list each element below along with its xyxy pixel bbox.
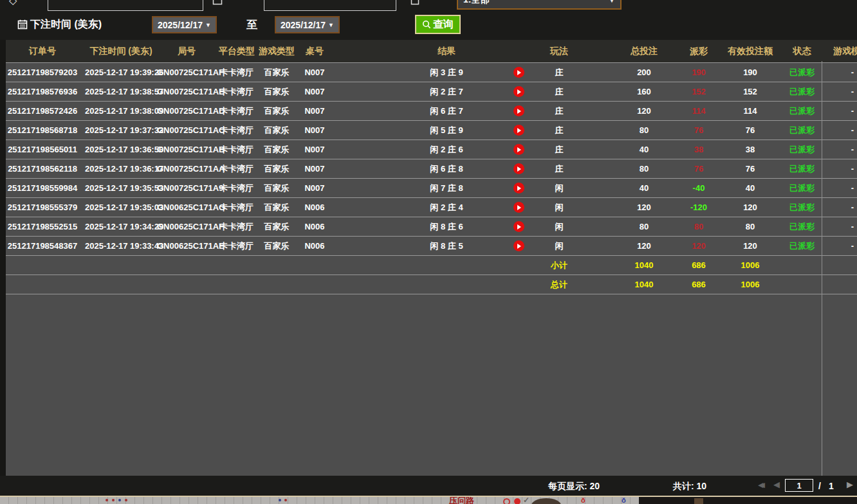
first-page-icon[interactable]: ◀◀ <box>758 482 761 489</box>
background-smudge <box>694 498 703 504</box>
extra-cell: - <box>822 121 857 140</box>
date-to-picker[interactable]: 2025/12/17 ▼ <box>275 16 340 33</box>
play-type-cell: 闲 <box>537 179 582 198</box>
status-cell: 已派彩 <box>782 159 822 179</box>
spacer-cell <box>85 256 157 275</box>
table-row[interactable]: 2512171985483672025-12-17 19:33:43GN0062… <box>0 237 857 256</box>
platform-type-dropdown[interactable]: 1:全部 ▼ <box>457 0 622 10</box>
round-no-cell: GN00625C171AE <box>157 237 216 256</box>
roadmap-dot-red-icon <box>284 499 287 501</box>
spacer-cell <box>822 256 857 275</box>
status-cell: 已派彩 <box>782 63 822 82</box>
total-bet-cell: 80 <box>609 217 679 237</box>
play-video-icon[interactable] <box>513 221 524 232</box>
platform-cell: 卡卡湾厅 <box>216 121 257 140</box>
game-type-cell: 百家乐 <box>257 237 296 256</box>
total-bet-cell: 200 <box>609 63 679 82</box>
valid-bet-cell: 76 <box>718 121 782 140</box>
game-type-cell: 百家乐 <box>257 217 296 237</box>
date-from-picker[interactable]: 2025/12/17 ▼ <box>152 16 217 33</box>
table-row[interactable]: 2512171985621182025-12-17 19:36:17GN0072… <box>0 159 857 179</box>
table-no-cell: N006 <box>296 198 333 217</box>
search-icon <box>422 20 431 29</box>
status-cell: 已派彩 <box>782 198 822 217</box>
table-row[interactable]: 2512171985650112025-12-17 19:36:50GN0072… <box>0 140 857 159</box>
table-no-cell: N007 <box>296 102 333 121</box>
table-row[interactable]: 2512171985724262025-12-17 19:38:09GN0072… <box>0 102 857 121</box>
result-cell: 闲 3 庄 9 <box>392 63 501 82</box>
play-video-icon[interactable] <box>513 125 524 136</box>
column-header: 局号 <box>157 40 216 63</box>
play-type-cell: 庄 <box>537 159 582 179</box>
spacer-cell <box>296 256 333 275</box>
video-cell <box>501 140 537 159</box>
play-video-icon[interactable] <box>513 144 524 155</box>
subtotal-row-total_bet: 1040 <box>609 256 679 275</box>
result-cell: 闲 2 庄 7 <box>392 82 501 102</box>
page-number-input[interactable] <box>785 479 813 492</box>
play-video-icon[interactable] <box>513 163 524 174</box>
valid-bet-cell: 120 <box>718 237 782 256</box>
play-video-icon[interactable] <box>513 105 524 116</box>
column-header: 结果 <box>392 40 501 63</box>
play-video-icon[interactable] <box>513 183 524 194</box>
avatar-arc <box>531 498 561 504</box>
table-row[interactable]: 2512171985792032025-12-17 19:39:26GN0072… <box>0 63 857 82</box>
platform-cell: 卡卡湾厅 <box>216 179 257 198</box>
per-page-label: 每页显示: <box>548 481 587 491</box>
table-no-cell: N007 <box>296 63 333 82</box>
window-left-border <box>0 40 6 476</box>
next-page-icon[interactable]: ▶ <box>847 480 853 489</box>
play-video-icon[interactable] <box>513 67 524 78</box>
valid-bet-cell: 190 <box>718 63 782 82</box>
spacer-cell <box>392 256 501 275</box>
table-row[interactable]: 2512171985553792025-12-17 19:35:03GN0062… <box>0 198 857 217</box>
platform-type-dropdown-value: 1:全部 <box>463 0 489 6</box>
valid-bet-cell: 120 <box>718 198 782 217</box>
total-row-total_bet: 1040 <box>609 275 679 294</box>
bet-time-cell: 2025-12-17 19:36:17 <box>85 159 157 179</box>
column-header: 总投注 <box>609 40 679 63</box>
total-pages-value: 1 <box>829 481 834 491</box>
spacer-cell <box>333 217 392 237</box>
total-row-play_type: 总计 <box>537 275 582 294</box>
play-type-cell: 闲 <box>537 198 582 217</box>
valid-bet-cell: 38 <box>718 140 782 159</box>
spacer-cell <box>333 82 392 102</box>
subtotal-row-valid_bet: 1006 <box>718 256 782 275</box>
play-video-icon[interactable] <box>513 86 524 97</box>
spacer-cell <box>582 198 609 217</box>
table-no-cell: N007 <box>296 121 333 140</box>
platform-cell: 卡卡湾厅 <box>216 159 257 179</box>
order-id-cell: 251217198576936 <box>0 82 85 102</box>
table-row[interactable]: 2512171985599842025-12-17 19:35:53GN0072… <box>0 179 857 198</box>
check-icon: ✓ <box>523 496 530 504</box>
spacer-cell <box>157 256 216 275</box>
table-row[interactable]: 2512171985687182025-12-17 19:37:32GN0072… <box>0 121 857 140</box>
table-row[interactable]: 2512171985525152025-12-17 19:34:29GN0062… <box>0 217 857 237</box>
filter-field-1[interactable] <box>48 0 203 11</box>
round-no-cell: GN00725C171AA <box>157 159 216 179</box>
play-video-icon[interactable] <box>513 240 524 251</box>
table-no-cell: N007 <box>296 179 333 198</box>
video-cell <box>501 198 537 217</box>
extra-cell: - <box>822 63 857 82</box>
status-cell: 已派彩 <box>782 140 822 159</box>
spacer-cell <box>582 63 609 82</box>
status-cell: 已派彩 <box>782 217 822 237</box>
spacer-cell <box>257 256 296 275</box>
road-symbol-blue-icon: ŏ <box>622 496 626 504</box>
game-type-cell: 百家乐 <box>257 140 296 159</box>
previous-page-icon[interactable]: ◀ <box>773 480 780 489</box>
spacer-cell <box>296 275 333 294</box>
play-video-icon[interactable] <box>513 202 524 213</box>
table-header-row: 订单号下注时间 (美东)局号平台类型游戏类型桌号结果玩法总投注派彩有效投注额状态… <box>0 40 857 63</box>
table-row[interactable]: 2512171985769362025-12-17 19:38:57GN0072… <box>0 82 857 102</box>
play-type-cell: 闲 <box>537 237 582 256</box>
spacer-cell <box>0 275 85 294</box>
total-count-label: 共计: <box>673 481 694 491</box>
query-button[interactable]: 查询 <box>415 15 461 34</box>
spacer-cell <box>157 275 216 294</box>
filter-field-2[interactable] <box>264 0 396 11</box>
date-from-value: 2025/12/17 <box>158 20 203 30</box>
